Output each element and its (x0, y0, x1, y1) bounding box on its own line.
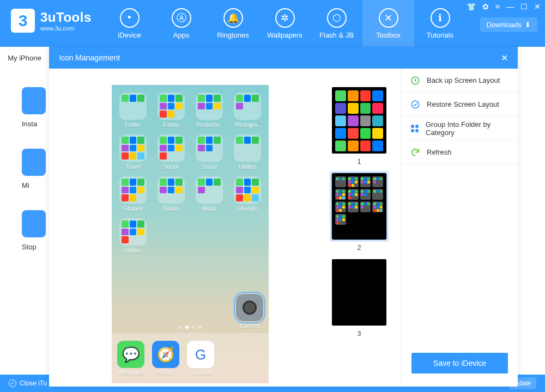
nav-flash-jb[interactable]: ⬡ Flash & JB (311, 0, 362, 47)
sidebar-peek: Insta Mi Stop (22, 87, 46, 251)
action-group-into-folder-by-category[interactable]: Group Into Folder by Category (402, 117, 518, 140)
app-icon: G (187, 341, 214, 368)
action-restore-screen-layout[interactable]: Restore Screen Layout (402, 93, 518, 117)
action-label: Group Into Folder by Category (426, 120, 509, 137)
nav-idevice[interactable]: • iDevice (104, 0, 155, 47)
info-icon: ℹ (431, 8, 450, 28)
svg-rect-3 (415, 125, 418, 127)
save-to-idevice-button[interactable]: Save to iDevice (411, 353, 508, 373)
dock-app-messages[interactable]: 💬 Messages (117, 341, 144, 376)
folder-icon (196, 93, 223, 120)
app-icon: 🧭 (152, 341, 179, 368)
check-icon: ✓ (9, 379, 16, 387)
page-thumb-number: 1 (358, 158, 361, 166)
folder-extras[interactable]: Extras (154, 93, 188, 128)
action-label: Back up Screen Layout (427, 76, 500, 84)
folder-icon (234, 134, 261, 162)
flower-icon: ✲ (275, 8, 295, 28)
folder-utilities[interactable]: Utilities (116, 218, 150, 254)
folder-icon (158, 134, 185, 162)
svg-point-1 (411, 101, 419, 108)
shirt-icon[interactable]: 👕 (467, 2, 476, 11)
folder-productiv-[interactable]: Productiv.. (192, 93, 226, 128)
svg-rect-4 (411, 129, 414, 132)
folder-label: Social (164, 164, 178, 170)
sidebar-item[interactable]: Stop (22, 210, 46, 251)
folder-finance[interactable]: Finance (116, 176, 150, 212)
close-itunes-link[interactable]: ✓ Close iTu (9, 379, 47, 387)
grid-icon (410, 124, 419, 133)
folder-label: Utilities (239, 164, 256, 170)
backup-icon (410, 76, 420, 85)
nav-tutorials[interactable]: ℹ Tutorials (414, 0, 466, 47)
nav-label: Apps (173, 31, 190, 39)
brand-title: 3uTools (40, 10, 92, 25)
folder-label: Social (202, 164, 216, 170)
menu-icon[interactable]: ≡ (495, 2, 500, 11)
nav-toolbox[interactable]: ✕ Toolbox (362, 0, 414, 47)
app-header: 3 3uTools www.3u.com • iDeviceⒶ Apps🔔 Ri… (0, 0, 545, 47)
refresh-icon (410, 148, 420, 157)
page-thumb-1[interactable] (330, 85, 389, 156)
nav-label: Tutorials (427, 31, 453, 39)
nav-label: Flash & JB (319, 31, 354, 39)
panel-close-icon[interactable]: ✕ (501, 53, 508, 63)
page-thumb-preview (332, 87, 386, 154)
minimize-icon[interactable]: — (506, 2, 514, 11)
folder-social[interactable]: Social (154, 134, 188, 170)
settings-icon[interactable]: ✿ (482, 2, 489, 11)
folder-icon (196, 176, 223, 204)
box-icon: ⬡ (327, 8, 347, 28)
maximize-icon[interactable]: ☐ (520, 2, 528, 11)
page-thumb-3[interactable] (330, 257, 389, 328)
nav-ringtones[interactable]: 🔔 Ringtones (207, 0, 259, 47)
page-thumb-2[interactable] (330, 171, 389, 242)
folder-icon (119, 93, 147, 120)
close-icon[interactable]: ✕ (534, 2, 541, 11)
page-thumb-number: 2 (358, 244, 361, 252)
nav-wallpapers[interactable]: ✲ Wallpapers (259, 0, 311, 47)
svg-rect-5 (415, 129, 418, 132)
downloads-button[interactable]: Downloads ⬇ (480, 17, 537, 32)
folder-label: Folder (125, 122, 141, 128)
app-icon: 💬 (117, 341, 144, 368)
folder-icon (119, 134, 147, 162)
folder-photogra-[interactable]: Photogra.. (231, 93, 264, 128)
bell-icon: 🔔 (223, 8, 243, 28)
folder-travel[interactable]: Travel (116, 134, 150, 170)
action-label: Restore Screen Layout (427, 100, 499, 108)
folder-lifestyle[interactable]: Lifestyle (231, 176, 264, 212)
sidebar-label: Stop (22, 243, 37, 251)
app-camera[interactable]: Camera (236, 294, 263, 329)
sidebar-item[interactable]: Mi (22, 149, 46, 189)
ios-home-screen[interactable]: Folder Extras Productiv.. Photogra.. Tra… (112, 85, 269, 383)
brand: 3 3uTools www.3u.com (11, 0, 104, 33)
dock-app-safari[interactable]: 🧭 Safari (152, 341, 179, 376)
folder-music[interactable]: Music (192, 176, 226, 212)
dock: 💬 Messages🧭 SafariG Translate (112, 333, 269, 383)
page-thumb-number: 3 (358, 330, 361, 338)
nav-apps[interactable]: Ⓐ Apps (155, 0, 207, 47)
page-thumb-preview (332, 259, 386, 326)
panel-titlebar: Icon Management ✕ (49, 47, 518, 69)
page-thumb-preview (332, 173, 386, 240)
sidebar-item[interactable]: Insta (22, 87, 46, 128)
main-nav: • iDeviceⒶ Apps🔔 Ringtones✲ Wallpapers⬡ … (104, 0, 466, 47)
action-refresh[interactable]: Refresh (402, 140, 518, 164)
folder-social[interactable]: Social (192, 134, 226, 170)
action-label: Refresh (427, 148, 452, 156)
folder-utilities[interactable]: Utilities (231, 134, 264, 170)
download-icon: ⬇ (525, 21, 531, 29)
folder-books[interactable]: Books (154, 176, 188, 212)
tab-my-iphone[interactable]: My iPhone (0, 47, 49, 69)
folder-folder[interactable]: Folder (116, 93, 150, 128)
brand-badge: 3 (11, 9, 35, 33)
dock-app-translate[interactable]: G Translate (187, 341, 214, 376)
preview-column: Folder Extras Productiv.. Photogra.. Tra… (49, 69, 320, 387)
camera-icon (236, 294, 263, 321)
apple-icon: • (120, 8, 140, 28)
action-back-up-screen-layout[interactable]: Back up Screen Layout (402, 69, 518, 93)
brand-subtitle: www.3u.com (40, 25, 92, 32)
sidebar-tile (22, 210, 46, 237)
app-label: Messages (118, 370, 143, 376)
